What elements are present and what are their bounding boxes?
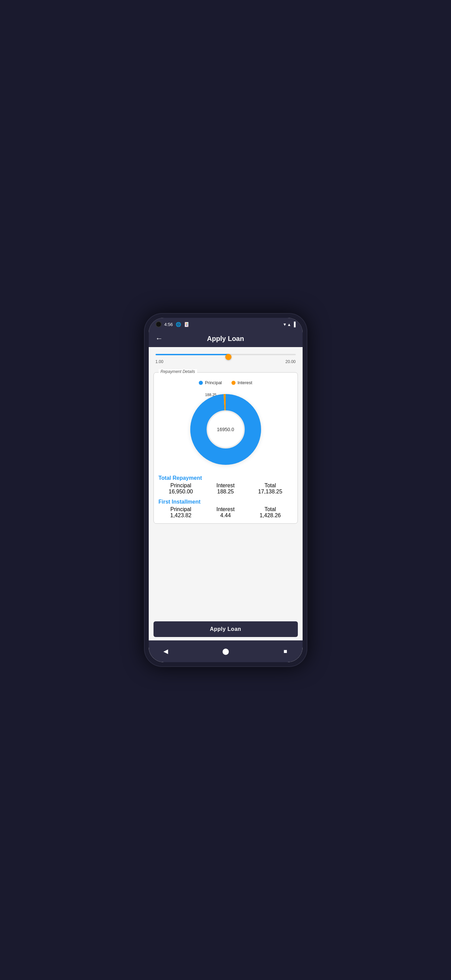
principal-chart-label: 16950.0 xyxy=(217,427,234,432)
wifi-icon: ▾ xyxy=(284,321,286,327)
first-total-header: Total xyxy=(248,506,292,512)
battery-icon: ▐ xyxy=(292,321,296,327)
nav-home-button[interactable]: ⬤ xyxy=(219,644,233,658)
total-repayment-values: 16,950.00 188.25 17,138.25 xyxy=(159,488,293,495)
sim-icon: 🃏 xyxy=(184,322,189,327)
first-interest-header: Interest xyxy=(203,506,248,512)
donut-chart-container: 188.25 16950.0 xyxy=(159,388,293,470)
page-title: Apply Loan xyxy=(167,335,284,343)
globe-icon: 🌐 xyxy=(175,322,181,327)
principal-legend-label: Principal xyxy=(205,380,222,385)
signal-icon: ▴ xyxy=(288,321,290,327)
nav-back-button[interactable]: ◀ xyxy=(159,644,172,658)
first-interest-value: 4.44 xyxy=(203,512,248,519)
chart-legend: Principal Interest xyxy=(159,380,293,385)
slider-area: 1.00 20.00 xyxy=(149,347,303,369)
first-installment-title: First Installment xyxy=(159,499,293,505)
total-principal-header: Principal xyxy=(159,482,203,488)
phone-device: 4:56 🌐 🃏 ▾ ▴ ▐ ← Apply Loan xyxy=(144,313,308,667)
slider-track xyxy=(156,354,296,355)
repayment-details: Total Repayment Principal Interest Total… xyxy=(159,475,293,519)
first-principal-header: Principal xyxy=(159,506,203,512)
slider-max-label: 20.00 xyxy=(285,360,295,364)
total-interest-header: Interest xyxy=(203,482,248,488)
total-repayment-headers: Principal Interest Total xyxy=(159,482,293,488)
total-principal-value: 16,950.00 xyxy=(159,488,203,495)
apply-button-container: Apply Loan xyxy=(149,618,303,640)
bottom-navigation: ◀ ⬤ ■ xyxy=(149,640,303,662)
principal-dot xyxy=(199,381,203,385)
slider-labels: 1.00 20.00 xyxy=(156,360,296,364)
first-installment-headers: Principal Interest Total xyxy=(159,506,293,512)
phone-screen: 4:56 🌐 🃏 ▾ ▴ ▐ ← Apply Loan xyxy=(149,318,303,662)
legend-interest: Interest xyxy=(231,380,252,385)
status-bar: 4:56 🌐 🃏 ▾ ▴ ▐ xyxy=(149,318,303,330)
status-left: 4:56 🌐 🃏 xyxy=(156,321,189,327)
first-total-value: 1,428.26 xyxy=(248,512,292,519)
slider-filled xyxy=(156,354,228,355)
slider-thumb[interactable] xyxy=(225,354,231,360)
slider-min-label: 1.00 xyxy=(156,360,163,364)
first-principal-value: 1,423.82 xyxy=(159,512,203,519)
time-display: 4:56 xyxy=(164,322,173,327)
apply-loan-button[interactable]: Apply Loan xyxy=(153,621,298,637)
total-repayment-title: Total Repayment xyxy=(159,475,293,481)
camera-icon xyxy=(156,321,162,327)
total-total-value: 17,138.25 xyxy=(248,488,292,495)
first-installment-values: 1,423.82 4.44 1,428.26 xyxy=(159,512,293,519)
legend-principal: Principal xyxy=(199,380,222,385)
interest-legend-label: Interest xyxy=(237,380,252,385)
total-total-header: Total xyxy=(248,482,292,488)
total-interest-value: 188.25 xyxy=(203,488,248,495)
interest-dot xyxy=(231,381,236,385)
repayment-card: Repayment Details Principal Interest 188… xyxy=(153,372,298,524)
status-right: ▾ ▴ ▐ xyxy=(284,321,296,327)
nav-recents-button[interactable]: ■ xyxy=(279,644,292,658)
top-navigation-bar: ← Apply Loan xyxy=(149,330,303,347)
back-button[interactable]: ← xyxy=(156,334,163,343)
card-label: Repayment Details xyxy=(159,369,197,374)
slider-track-container[interactable] xyxy=(156,351,296,358)
content-area: Repayment Details Principal Interest 188… xyxy=(149,369,303,618)
